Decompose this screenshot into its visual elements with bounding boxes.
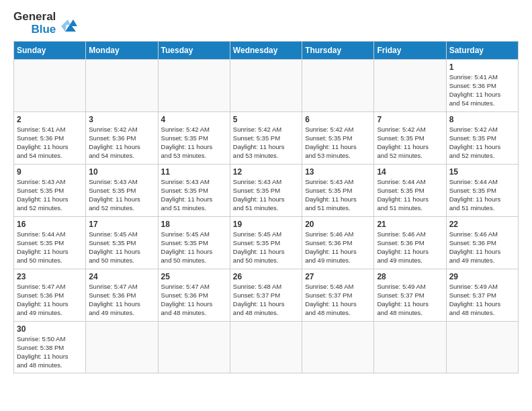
day-info: Sunrise: 5:44 AM Sunset: 5:35 PM Dayligh…	[17, 230, 83, 265]
day-info: Sunrise: 5:42 AM Sunset: 5:35 PM Dayligh…	[233, 126, 299, 160]
day-info: Sunrise: 5:44 AM Sunset: 5:35 PM Dayligh…	[377, 178, 443, 212]
day-number: 26	[233, 272, 299, 281]
day-cell: 27Sunrise: 5:48 AM Sunset: 5:37 PM Dayli…	[302, 269, 374, 322]
day-info: Sunrise: 5:42 AM Sunset: 5:35 PM Dayligh…	[449, 126, 515, 160]
day-info: Sunrise: 5:49 AM Sunset: 5:37 PM Dayligh…	[449, 283, 515, 317]
day-cell: 20Sunrise: 5:46 AM Sunset: 5:36 PM Dayli…	[302, 217, 374, 269]
day-cell: 29Sunrise: 5:49 AM Sunset: 5:37 PM Dayli…	[446, 269, 518, 322]
day-info: Sunrise: 5:45 AM Sunset: 5:35 PM Dayligh…	[161, 230, 227, 265]
week-row-6: 30Sunrise: 5:50 AM Sunset: 5:38 PM Dayli…	[14, 322, 519, 373]
day-cell: 4Sunrise: 5:42 AM Sunset: 5:35 PM Daylig…	[158, 112, 230, 165]
day-number: 16	[17, 220, 83, 229]
day-number: 10	[89, 167, 154, 177]
col-header-saturday: Saturday	[446, 42, 518, 60]
day-number: 28	[377, 272, 443, 281]
day-cell: 14Sunrise: 5:44 AM Sunset: 5:35 PM Dayli…	[374, 165, 446, 217]
header: General Blue	[13, 11, 519, 36]
day-info: Sunrise: 5:43 AM Sunset: 5:35 PM Dayligh…	[305, 178, 371, 212]
day-cell: 5Sunrise: 5:42 AM Sunset: 5:35 PM Daylig…	[230, 112, 302, 165]
col-header-sunday: Sunday	[14, 42, 86, 60]
day-info: Sunrise: 5:48 AM Sunset: 5:37 PM Dayligh…	[305, 283, 371, 317]
day-number: 15	[449, 167, 515, 177]
day-cell	[86, 322, 158, 373]
day-cell	[302, 60, 374, 112]
day-cell: 22Sunrise: 5:46 AM Sunset: 5:36 PM Dayli…	[446, 217, 518, 269]
day-number: 14	[377, 167, 443, 177]
day-number: 20	[305, 220, 371, 229]
day-cell: 2Sunrise: 5:41 AM Sunset: 5:36 PM Daylig…	[14, 112, 86, 165]
day-info: Sunrise: 5:50 AM Sunset: 5:38 PM Dayligh…	[17, 335, 83, 369]
day-info: Sunrise: 5:49 AM Sunset: 5:37 PM Dayligh…	[377, 283, 443, 317]
day-number: 25	[161, 272, 227, 281]
day-cell: 21Sunrise: 5:46 AM Sunset: 5:36 PM Dayli…	[374, 217, 446, 269]
calendar-table: SundayMondayTuesdayWednesdayThursdayFrid…	[13, 41, 519, 373]
logo-general: General	[13, 11, 56, 24]
day-info: Sunrise: 5:43 AM Sunset: 5:35 PM Dayligh…	[233, 178, 299, 212]
day-number: 13	[305, 167, 371, 177]
day-cell: 25Sunrise: 5:47 AM Sunset: 5:36 PM Dayli…	[158, 269, 230, 322]
day-number: 1	[449, 62, 515, 72]
day-cell: 26Sunrise: 5:48 AM Sunset: 5:37 PM Dayli…	[230, 269, 302, 322]
day-number: 3	[89, 115, 154, 124]
col-header-thursday: Thursday	[302, 42, 374, 60]
col-header-friday: Friday	[374, 42, 446, 60]
day-info: Sunrise: 5:41 AM Sunset: 5:36 PM Dayligh…	[449, 73, 515, 107]
day-cell	[158, 60, 230, 112]
week-row-2: 2Sunrise: 5:41 AM Sunset: 5:36 PM Daylig…	[14, 112, 519, 165]
day-cell: 8Sunrise: 5:42 AM Sunset: 5:35 PM Daylig…	[446, 112, 518, 165]
day-cell: 17Sunrise: 5:45 AM Sunset: 5:35 PM Dayli…	[86, 217, 158, 269]
day-cell: 28Sunrise: 5:49 AM Sunset: 5:37 PM Dayli…	[374, 269, 446, 322]
day-cell	[374, 60, 446, 112]
logo-icon	[58, 13, 80, 34]
day-info: Sunrise: 5:47 AM Sunset: 5:36 PM Dayligh…	[89, 283, 154, 317]
day-info: Sunrise: 5:43 AM Sunset: 5:35 PM Dayligh…	[89, 178, 154, 212]
week-row-1: 1Sunrise: 5:41 AM Sunset: 5:36 PM Daylig…	[14, 60, 519, 112]
day-cell	[446, 322, 518, 373]
day-number: 4	[161, 115, 227, 124]
week-row-5: 23Sunrise: 5:47 AM Sunset: 5:36 PM Dayli…	[14, 269, 519, 322]
day-cell	[374, 322, 446, 373]
day-number: 12	[233, 167, 299, 177]
day-cell: 11Sunrise: 5:43 AM Sunset: 5:35 PM Dayli…	[158, 165, 230, 217]
col-header-monday: Monday	[86, 42, 158, 60]
day-cell: 13Sunrise: 5:43 AM Sunset: 5:35 PM Dayli…	[302, 165, 374, 217]
day-info: Sunrise: 5:42 AM Sunset: 5:35 PM Dayligh…	[305, 126, 371, 160]
day-cell: 23Sunrise: 5:47 AM Sunset: 5:36 PM Dayli…	[14, 269, 86, 322]
logo: General Blue	[13, 11, 80, 36]
day-info: Sunrise: 5:47 AM Sunset: 5:36 PM Dayligh…	[17, 283, 83, 317]
day-info: Sunrise: 5:46 AM Sunset: 5:36 PM Dayligh…	[449, 230, 515, 265]
day-cell	[14, 60, 86, 112]
day-cell	[302, 322, 374, 373]
day-cell: 18Sunrise: 5:45 AM Sunset: 5:35 PM Dayli…	[158, 217, 230, 269]
day-cell: 15Sunrise: 5:44 AM Sunset: 5:35 PM Dayli…	[446, 165, 518, 217]
day-number: 30	[17, 324, 83, 334]
day-info: Sunrise: 5:45 AM Sunset: 5:35 PM Dayligh…	[233, 230, 299, 265]
day-cell	[158, 322, 230, 373]
day-info: Sunrise: 5:44 AM Sunset: 5:35 PM Dayligh…	[449, 178, 515, 212]
day-cell: 3Sunrise: 5:42 AM Sunset: 5:36 PM Daylig…	[86, 112, 158, 165]
day-cell: 12Sunrise: 5:43 AM Sunset: 5:35 PM Dayli…	[230, 165, 302, 217]
day-number: 17	[89, 220, 154, 229]
day-number: 2	[17, 115, 83, 124]
logo-blue: Blue	[31, 24, 56, 36]
day-number: 6	[305, 115, 371, 124]
col-header-wednesday: Wednesday	[230, 42, 302, 60]
week-row-4: 16Sunrise: 5:44 AM Sunset: 5:35 PM Dayli…	[14, 217, 519, 269]
header-row: SundayMondayTuesdayWednesdayThursdayFrid…	[14, 42, 519, 60]
day-number: 29	[449, 272, 515, 281]
day-cell: 9Sunrise: 5:43 AM Sunset: 5:35 PM Daylig…	[14, 165, 86, 217]
day-number: 27	[305, 272, 371, 281]
day-number: 24	[89, 272, 154, 281]
day-info: Sunrise: 5:43 AM Sunset: 5:35 PM Dayligh…	[161, 178, 227, 212]
day-info: Sunrise: 5:41 AM Sunset: 5:36 PM Dayligh…	[17, 126, 83, 160]
day-number: 18	[161, 220, 227, 229]
day-number: 23	[17, 272, 83, 281]
day-number: 8	[449, 115, 515, 124]
day-number: 9	[17, 167, 83, 177]
day-info: Sunrise: 5:47 AM Sunset: 5:36 PM Dayligh…	[161, 283, 227, 317]
day-cell: 7Sunrise: 5:42 AM Sunset: 5:35 PM Daylig…	[374, 112, 446, 165]
day-cell	[86, 60, 158, 112]
day-info: Sunrise: 5:42 AM Sunset: 5:35 PM Dayligh…	[377, 126, 443, 160]
day-number: 7	[377, 115, 443, 124]
day-number: 11	[161, 167, 227, 177]
